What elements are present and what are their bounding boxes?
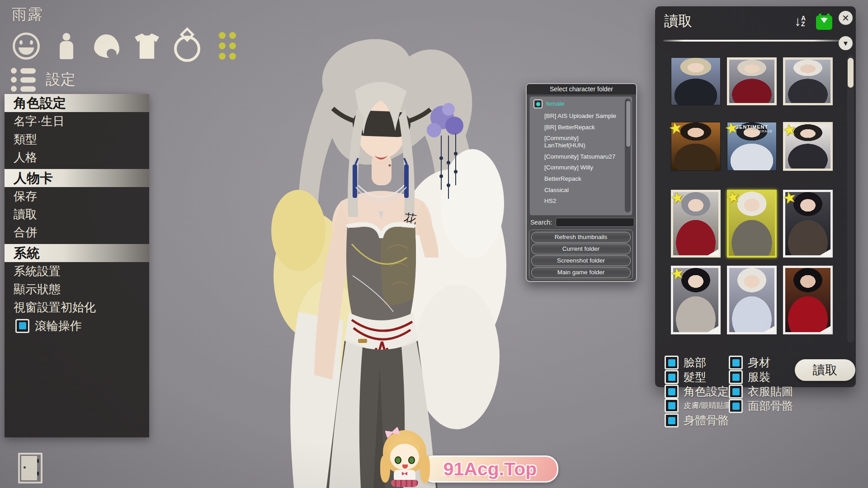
sidebar-item-顯示狀態[interactable]: 顯示狀態 xyxy=(5,280,149,298)
card-subcaption: GRACE xyxy=(759,130,773,133)
load-option-身材[interactable]: 身材 xyxy=(729,355,770,370)
load-option-面部骨骼[interactable]: 面部骨骼 xyxy=(729,399,793,413)
checkbox-checked[interactable] xyxy=(729,385,743,399)
character-card[interactable]: ★ xyxy=(671,122,721,171)
character-card[interactable] xyxy=(727,57,777,105)
character-maker-screen: 花 雨露 xyxy=(0,0,868,488)
card-grid-scrollbar[interactable] xyxy=(847,55,854,343)
folder-item-[BR] BetterRepack[interactable]: [BR] BetterRepack xyxy=(533,124,618,131)
current-folder-button[interactable]: Current folder xyxy=(531,244,631,254)
load-option-衣服貼圖[interactable]: 衣服貼圖 xyxy=(729,384,793,399)
checkbox-checked[interactable] xyxy=(665,370,679,384)
load-option-身體骨骼[interactable]: 身體骨骼 xyxy=(665,413,729,428)
folder-item-female[interactable]: female xyxy=(533,99,618,108)
character-card[interactable]: ★ xyxy=(783,122,833,171)
character-card[interactable] xyxy=(783,57,833,105)
option-label: 臉部 xyxy=(684,355,706,370)
folder-item-HS2[interactable]: HS2 xyxy=(533,197,618,205)
exit-door-icon[interactable] xyxy=(18,453,42,483)
sidebar-item-保存[interactable]: 保存 xyxy=(5,187,149,205)
favorite-star-icon: ★ xyxy=(781,119,798,140)
wheel-operation-checkbox[interactable]: 滾輪操作 xyxy=(5,316,149,335)
list-icon[interactable] xyxy=(213,32,242,61)
sidebar-item-視窗設置初始化[interactable]: 視窗設置初始化 xyxy=(5,298,149,316)
close-icon[interactable]: ✕ xyxy=(839,11,853,25)
sidebar-item-名字·生日[interactable]: 名字·生日 xyxy=(5,112,149,130)
accessory-icon[interactable] xyxy=(173,32,202,61)
main-game-folder-button[interactable]: Main game folder xyxy=(531,267,631,278)
card-art xyxy=(785,60,830,103)
option-label: 身材 xyxy=(748,355,770,370)
sidebar-item-讀取[interactable]: 讀取 xyxy=(5,205,149,223)
watermark: 91Acg.Top xyxy=(382,428,558,488)
load-option-髮型[interactable]: 髮型 xyxy=(665,370,706,385)
body-icon[interactable] xyxy=(52,32,81,61)
card-art xyxy=(729,268,774,332)
settings-header: 設定 xyxy=(11,68,75,92)
wheel-operation-label: 滾輪操作 xyxy=(35,318,82,334)
panel-title: 讀取 xyxy=(664,12,692,31)
search-input[interactable] xyxy=(556,218,634,227)
folder-list-scrollbar[interactable] xyxy=(625,99,631,212)
load-option-臉部[interactable]: 臉部 xyxy=(665,355,706,370)
dialog-title: Select character folder xyxy=(527,84,636,94)
character-model: 花 xyxy=(244,23,561,488)
character-card[interactable]: ★ xyxy=(671,266,721,334)
sidebar-item-合併[interactable]: 合併 xyxy=(5,223,149,241)
checkbox-checked[interactable] xyxy=(729,370,743,384)
option-label: 皮膚/眼睛貼圖 xyxy=(684,400,732,411)
load-option-角色設定[interactable]: 角色設定 xyxy=(665,384,729,399)
checkbox-checked[interactable] xyxy=(15,319,29,333)
favorite-star-icon: ★ xyxy=(669,263,686,283)
checkbox-checked[interactable] xyxy=(665,399,679,413)
folder-item-[BR] AIS Uploader Sample[interactable]: [BR] AIS Uploader Sample xyxy=(533,113,618,120)
sidebar-item-系統設置[interactable]: 系統設置 xyxy=(5,262,149,280)
collapse-down-icon[interactable]: ▼ xyxy=(839,36,853,50)
load-button[interactable]: 讀取 xyxy=(795,359,855,381)
checkbox-checked[interactable] xyxy=(665,356,679,370)
favorite-star-icon: ★ xyxy=(669,187,686,207)
folder-item-[Community] Willy[interactable]: [Community] Willy xyxy=(533,164,618,171)
load-option-皮膚/眼睛貼圖[interactable]: 皮膚/眼睛貼圖 xyxy=(665,399,732,413)
load-option-服裝[interactable]: 服裝 xyxy=(729,370,770,385)
checkbox-checked[interactable] xyxy=(665,413,679,427)
hair-icon[interactable] xyxy=(92,32,121,61)
character-card[interactable]: ★ xyxy=(671,190,721,258)
favorite-star-icon: ★ xyxy=(781,187,798,207)
clothes-icon[interactable] xyxy=(132,32,161,61)
folder-item-[Community] LanThief(HUN)[interactable]: [Community] LanThief(HUN) xyxy=(533,135,618,149)
option-label: 服裝 xyxy=(748,370,770,385)
folder-item-[Community] Tatsumaru27[interactable]: [Community] Tatsumaru27 xyxy=(533,153,618,160)
folder-list: female[BR] AIS Uploader Sample[BR] Bette… xyxy=(529,96,632,216)
list-icon xyxy=(11,68,36,92)
checkbox-checked[interactable] xyxy=(665,385,679,399)
search-label: Search: xyxy=(530,219,552,226)
face-icon[interactable] xyxy=(12,32,41,61)
checkbox-checked[interactable] xyxy=(729,356,743,370)
character-card[interactable] xyxy=(727,266,777,334)
folder-item-Classical[interactable]: Classical xyxy=(533,187,618,194)
selected-folder-radio xyxy=(533,99,542,108)
character-card[interactable] xyxy=(671,57,721,105)
sort-date-icon[interactable] xyxy=(816,15,832,30)
character-card[interactable]: ★ xyxy=(727,190,777,258)
watermark-text: 91Acg.Top xyxy=(443,459,537,480)
sidebar-item-人格[interactable]: 人格 xyxy=(5,148,149,166)
settings-menu: 角色設定名字·生日類型人格人物卡保存讀取合併系統系統設置顯示狀態視窗設置初始化滾… xyxy=(5,94,149,437)
character-card[interactable] xyxy=(783,266,833,334)
card-art xyxy=(671,58,720,105)
character-card[interactable]: ★ xyxy=(783,190,833,258)
page-title: 雨露 xyxy=(12,5,43,25)
character-card[interactable]: SENTIMENTGRACE★ xyxy=(727,122,777,171)
refresh-thumbnails-button[interactable]: Refresh thumbnails xyxy=(531,232,631,243)
folder-item-BetterRepack[interactable]: BetterRepack xyxy=(533,175,618,183)
checkbox-checked[interactable] xyxy=(729,399,743,413)
sidebar-item-類型[interactable]: 類型 xyxy=(5,130,149,148)
divider xyxy=(663,40,840,42)
screenshot-folder-button[interactable]: Screenshot folder xyxy=(531,255,631,266)
sort-alpha-icon[interactable]: ↓AZ xyxy=(794,14,806,28)
settings-label: 設定 xyxy=(46,70,75,90)
category-toolbar xyxy=(12,32,242,61)
option-label: 面部骨骼 xyxy=(748,399,793,413)
card-art xyxy=(729,60,774,103)
